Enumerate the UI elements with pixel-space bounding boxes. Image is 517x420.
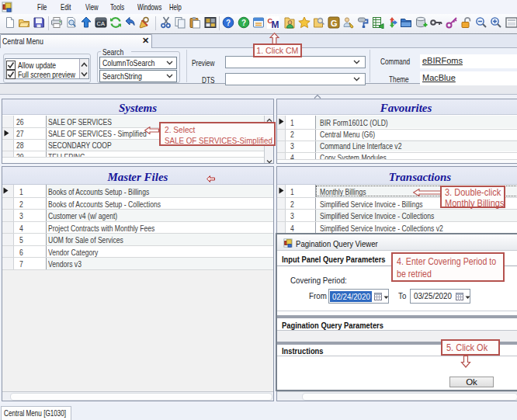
svg-text:CA: CA (97, 20, 105, 27)
svg-text:?: ? (241, 19, 246, 27)
svg-text:G: G (331, 19, 338, 28)
svg-text:M: M (272, 19, 279, 30)
svg-text:?: ? (226, 19, 231, 27)
